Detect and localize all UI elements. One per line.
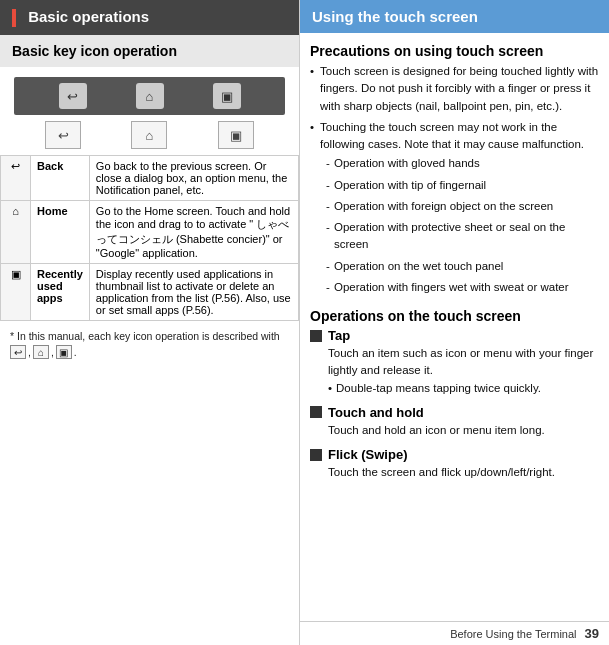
left-header: Basic operations (0, 0, 299, 35)
section-title: Basic key icon operation (0, 35, 299, 67)
op-desc-0: Touch an item such as icon or menu with … (310, 345, 599, 397)
op-square-icon-1 (310, 406, 322, 418)
op-item-2: Flick (Swipe) Touch the screen and flick… (310, 447, 599, 481)
op-desc-2: Touch the screen and flick up/down/left/… (310, 464, 599, 481)
row-label-0: Back (31, 156, 90, 201)
right-header-title: Using the touch screen (312, 8, 478, 25)
key-table: ↩ Back Go back to the previous screen. O… (0, 155, 299, 321)
sub-item-1: Operation with tip of fingernail (324, 177, 599, 194)
sub-item-3: Operation with protective sheet or seal … (324, 219, 599, 254)
sub-item-5: Operation with fingers wet with sweat or… (324, 279, 599, 296)
footnote-back-icon: ↩ (10, 345, 26, 359)
sub-item-0: Operation with gloved hands (324, 155, 599, 172)
op-label-2: Flick (Swipe) (310, 447, 599, 462)
table-row: ▣ Recently used apps Display recently us… (1, 264, 299, 321)
home-icon-top: ⌂ (136, 83, 164, 109)
op-sub-0: Double-tap means tapping twice quickly. (328, 380, 599, 397)
sub-item-4: Operation on the wet touch panel (324, 258, 599, 275)
precaution-item-1: Touch screen is designed for being touch… (310, 63, 599, 115)
footnote: * In this manual, each key icon operatio… (0, 321, 299, 369)
op-item-1: Touch and hold Touch and hold an icon or… (310, 405, 599, 439)
right-panel: Using the touch screen Precautions on us… (300, 0, 609, 645)
page-number: 39 (585, 626, 599, 641)
footer-text: Before Using the Terminal (450, 628, 576, 640)
icon-row: ↩ ⌂ ▣ (0, 119, 299, 155)
sub-item-2: Operation with foreign object on the scr… (324, 198, 599, 215)
op-label-0: Tap (310, 328, 599, 343)
recent-icon-cell: ▣ (218, 121, 254, 149)
ops-title: Operations on the touch screen (310, 302, 599, 328)
row-label-2: Recently used apps (31, 264, 90, 321)
op-item-0: Tap Touch an item such as icon or menu w… (310, 328, 599, 397)
sub-items-list: Operation with gloved handsOperation wit… (324, 155, 599, 296)
precautions-title: Precautions on using touch screen (310, 37, 599, 63)
recent-icon-top: ▣ (213, 83, 241, 109)
op-label-1: Touch and hold (310, 405, 599, 420)
row-desc-0: Go back to the previous screen. Or close… (89, 156, 298, 201)
row-icon-2: ▣ (1, 264, 31, 321)
right-header: Using the touch screen (300, 0, 609, 33)
op-label-text-0: Tap (328, 328, 350, 343)
op-square-icon-2 (310, 449, 322, 461)
back-icon-top: ↩ (59, 83, 87, 109)
footnote-recent-icon: ▣ (56, 345, 72, 359)
row-icon-1: ⌂ (1, 201, 31, 264)
home-icon-cell: ⌂ (131, 121, 167, 149)
right-content: Precautions on using touch screen Touch … (300, 33, 609, 621)
operations-container: Tap Touch an item such as icon or menu w… (310, 328, 599, 481)
table-row: ⌂ Home Go to the Home screen. Touch and … (1, 201, 299, 264)
footnote-icons: ↩, ⌂, ▣. (10, 345, 77, 361)
op-square-icon-0 (310, 330, 322, 342)
row-icon-0: ↩ (1, 156, 31, 201)
footnote-home-icon: ⌂ (33, 345, 49, 359)
left-header-title: Basic operations (28, 8, 149, 25)
row-desc-1: Go to the Home screen. Touch and hold th… (89, 201, 298, 264)
precautions-list: Touch screen is designed for being touch… (310, 63, 599, 296)
row-label-1: Home (31, 201, 90, 264)
key-icon-area: ↩ ⌂ ▣ (14, 77, 285, 115)
op-label-text-2: Flick (Swipe) (328, 447, 407, 462)
table-row: ↩ Back Go back to the previous screen. O… (1, 156, 299, 201)
left-panel: Basic operations Basic key icon operatio… (0, 0, 300, 645)
footnote-text: * In this manual, each key icon operatio… (10, 330, 280, 342)
row-desc-2: Display recently used applications in th… (89, 264, 298, 321)
back-icon-cell: ↩ (45, 121, 81, 149)
page-footer: Before Using the Terminal 39 (300, 621, 609, 645)
op-desc-1: Touch and hold an icon or menu item long… (310, 422, 599, 439)
header-bar (12, 9, 16, 27)
precaution-item-2: Touching the touch screen may not work i… (310, 119, 599, 296)
op-label-text-1: Touch and hold (328, 405, 424, 420)
